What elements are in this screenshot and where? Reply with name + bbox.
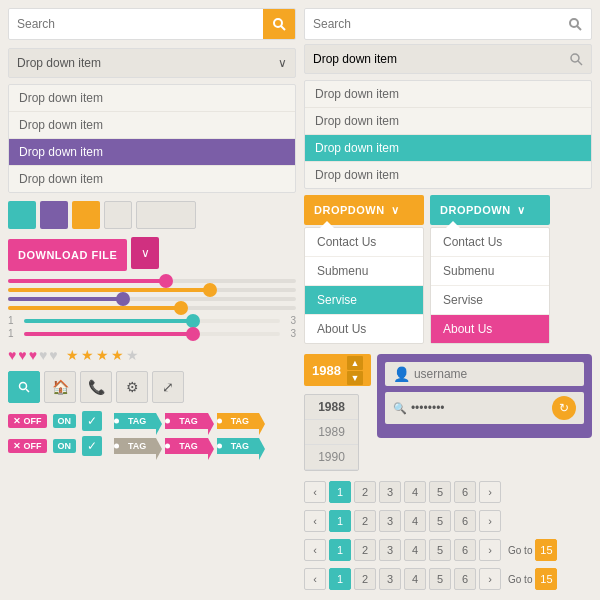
star-3[interactable]: ★	[96, 347, 109, 363]
search-button-left[interactable]	[263, 8, 295, 40]
dropdown-item[interactable]: Drop down item	[9, 166, 295, 192]
menu-item-servise-2[interactable]: Servise	[431, 286, 549, 315]
page-next-3[interactable]: ›	[479, 539, 501, 561]
dropdown-item-r3-active[interactable]: Drop down item	[305, 135, 591, 162]
page-4-r1[interactable]: 4	[404, 481, 426, 503]
dropdown-item[interactable]: Drop down item	[9, 85, 295, 112]
tag-orange-1[interactable]: TAG	[217, 413, 259, 429]
page-6-r4[interactable]: 6	[454, 568, 476, 590]
dropdown-item-active[interactable]: Drop down item	[9, 139, 295, 166]
spinner-down[interactable]: ▼	[347, 371, 363, 385]
page-3-r2[interactable]: 3	[379, 510, 401, 532]
dropdown-row-right[interactable]: Drop down item	[304, 44, 592, 74]
step-slider-1[interactable]: 1 3	[8, 315, 296, 326]
search-button-right[interactable]	[559, 8, 591, 40]
heart-4[interactable]: ♥	[39, 347, 47, 363]
scroll-item-1990[interactable]: 1990	[305, 445, 358, 470]
page-6-r2[interactable]: 6	[454, 510, 476, 532]
star-4[interactable]: ★	[111, 347, 124, 363]
page-2-r1[interactable]: 2	[354, 481, 376, 503]
page-prev-3[interactable]: ‹	[304, 539, 326, 561]
scroll-item-1988[interactable]: 1988	[305, 395, 358, 420]
swatch-purple[interactable]	[40, 201, 68, 229]
tag-teal-1[interactable]: TAG	[114, 413, 156, 429]
checkbox-checked-2[interactable]: ✓	[82, 436, 102, 456]
toggle-on-btn-2[interactable]: ON	[53, 439, 77, 453]
search-box-left[interactable]	[8, 8, 296, 40]
tag-pink-2[interactable]: TAG	[165, 438, 207, 454]
heart-3[interactable]: ♥	[29, 347, 37, 363]
page-4-r3[interactable]: 4	[404, 539, 426, 561]
page-5-r2[interactable]: 5	[429, 510, 451, 532]
menu-item-about[interactable]: About Us	[305, 315, 423, 343]
page-6-r1[interactable]: 6	[454, 481, 476, 503]
page-3-r3[interactable]: 3	[379, 539, 401, 561]
search-box-right[interactable]	[304, 8, 592, 40]
page-next-4[interactable]: ›	[479, 568, 501, 590]
spinner-up[interactable]: ▲	[347, 356, 363, 370]
dropdown-item-r2[interactable]: Drop down item	[305, 108, 591, 135]
slider-2[interactable]	[8, 288, 296, 292]
menu-item-contact-2[interactable]: Contact Us	[431, 228, 549, 257]
search-icon-btn[interactable]	[8, 371, 40, 403]
menu-item-submenu-2[interactable]: Submenu	[431, 257, 549, 286]
heart-2[interactable]: ♥	[18, 347, 26, 363]
page-3-r4[interactable]: 3	[379, 568, 401, 590]
star-5[interactable]: ★	[126, 347, 139, 363]
page-4-r4[interactable]: 4	[404, 568, 426, 590]
page-prev-2[interactable]: ‹	[304, 510, 326, 532]
phone-icon-btn[interactable]: 📞	[80, 371, 112, 403]
download-file-button[interactable]: DOWNLOAD FILE	[8, 239, 127, 271]
swatch-teal[interactable]	[8, 201, 36, 229]
page-3-r1[interactable]: 3	[379, 481, 401, 503]
toggle-on-btn[interactable]: ON	[53, 414, 77, 428]
dropdown-row-left[interactable]: Drop down item ∨	[8, 48, 296, 78]
hearts-rating[interactable]: ♥ ♥ ♥ ♥ ♥	[8, 347, 58, 363]
goto-value-4[interactable]: 15	[535, 568, 557, 590]
page-2-r2[interactable]: 2	[354, 510, 376, 532]
search-input-right[interactable]	[305, 17, 559, 31]
page-next-2[interactable]: ›	[479, 510, 501, 532]
dropdown-item[interactable]: Drop down item	[9, 112, 295, 139]
toggle-off-btn[interactable]: ✕ OFF	[8, 414, 47, 428]
tag-gray-1[interactable]: TAG	[114, 438, 156, 454]
page-next-1[interactable]: ›	[479, 481, 501, 503]
page-5-r4[interactable]: 5	[429, 568, 451, 590]
tag-teal-2[interactable]: TAG	[217, 438, 259, 454]
home-icon-btn[interactable]: 🏠	[44, 371, 76, 403]
scroll-picker[interactable]: 1988 1989 1990	[304, 394, 359, 471]
menu-item-servise[interactable]: Servise	[305, 286, 423, 315]
stars-rating[interactable]: ★ ★ ★ ★ ★	[66, 347, 139, 363]
username-input[interactable]	[414, 367, 576, 381]
settings-icon-btn[interactable]: ⚙	[116, 371, 148, 403]
search-input-left[interactable]	[9, 17, 263, 31]
page-6-r3[interactable]: 6	[454, 539, 476, 561]
dropdown-item-r1[interactable]: Drop down item	[305, 81, 591, 108]
spinner-controls[interactable]: ▲ ▼	[347, 356, 363, 385]
slider-3[interactable]	[8, 297, 296, 301]
slider-1[interactable]	[8, 279, 296, 283]
page-5-r1[interactable]: 5	[429, 481, 451, 503]
star-2[interactable]: ★	[81, 347, 94, 363]
page-1-r1[interactable]: 1	[329, 481, 351, 503]
number-spinner[interactable]: 1988 ▲ ▼	[304, 354, 371, 386]
goto-value-3[interactable]: 15	[535, 539, 557, 561]
download-arrow-button[interactable]: ∨	[131, 237, 159, 269]
scroll-item-1989[interactable]: 1989	[305, 420, 358, 445]
swatch-long[interactable]	[136, 201, 196, 229]
page-1-r3[interactable]: 1	[329, 539, 351, 561]
menu-item-contact[interactable]: Contact Us	[305, 228, 423, 257]
password-input[interactable]	[411, 401, 548, 415]
heart-5[interactable]: ♥	[49, 347, 57, 363]
dropdown-item-r4[interactable]: Drop down item	[305, 162, 591, 188]
expand-icon-btn[interactable]: ⤢	[152, 371, 184, 403]
swatch-gray[interactable]	[104, 201, 132, 229]
page-prev-4[interactable]: ‹	[304, 568, 326, 590]
slider-4[interactable]	[8, 306, 296, 310]
heart-1[interactable]: ♥	[8, 347, 16, 363]
page-5-r3[interactable]: 5	[429, 539, 451, 561]
page-4-r2[interactable]: 4	[404, 510, 426, 532]
checkbox-checked[interactable]: ✓	[82, 411, 102, 431]
page-2-r3[interactable]: 2	[354, 539, 376, 561]
login-submit-btn[interactable]: ↻	[552, 396, 576, 420]
